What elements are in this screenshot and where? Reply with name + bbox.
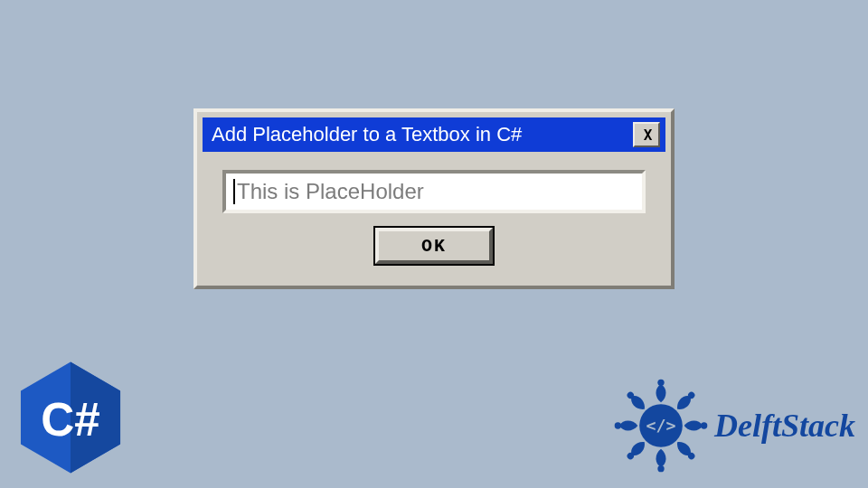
textbox-placeholder: This is PlaceHolder [237,179,424,204]
ok-button[interactable]: OK [375,228,493,264]
text-caret [233,179,235,204]
delftstack-label: DelftStack [714,407,855,445]
dialog-body: This is PlaceHolder OK [197,157,671,273]
csharp-icon: C# [13,360,128,475]
delftstack-icon: </> [611,376,711,475]
dialog-window: Add Placeholder to a Textbox in C# X Thi… [193,108,675,289]
delftstack-logo: </> DelftStack [611,376,855,475]
svg-point-2 [657,380,664,386]
placeholder-textbox[interactable]: This is PlaceHolder [222,170,646,213]
csharp-label-text: C# [41,394,99,446]
svg-text:</>: </> [646,416,675,435]
close-button[interactable]: X [633,122,660,147]
csharp-logo: C# [13,360,128,475]
window-title: Add Placeholder to a Textbox in C# [212,123,522,146]
title-bar: Add Placeholder to a Textbox in C# X [203,117,665,152]
close-icon: X [644,127,650,144]
button-row: OK [222,228,646,264]
ok-button-label: OK [421,236,447,257]
